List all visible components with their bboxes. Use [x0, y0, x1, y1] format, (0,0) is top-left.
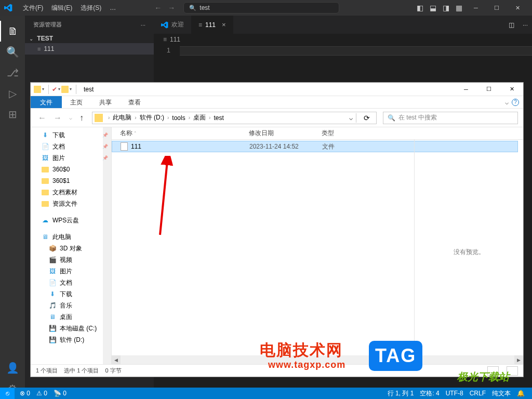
menu-file[interactable]: 文件(F) — [19, 4, 47, 12]
ribbon-view-tab[interactable]: 查看 — [120, 96, 149, 108]
source-control-icon[interactable]: ⎇ — [0, 62, 25, 83]
window-close-icon[interactable]: ✕ — [507, 5, 528, 11]
nav-item[interactable]: 360$0 — [31, 164, 111, 175]
nav-recent-icon[interactable]: ⌵ — [67, 115, 74, 121]
selected-count: 选中 1 个项目 — [64, 367, 99, 375]
nav-back-icon[interactable]: ← — [36, 113, 48, 123]
col-date[interactable]: 修改日期 — [249, 129, 322, 138]
layout-customize-icon[interactable]: ▦ — [453, 4, 466, 12]
nav-item[interactable]: ☁WPS云盘 — [31, 215, 111, 226]
explorer-close-icon[interactable]: ✕ — [500, 83, 523, 96]
path-box[interactable]: › 此电脑 › 软件 (D:) › tools › 桌面 › test ⌵ ⟳ — [92, 112, 377, 124]
notifications-icon[interactable]: 🔔 — [514, 390, 528, 397]
column-headers[interactable]: 名称 ˄ 修改日期 类型 — [112, 127, 523, 140]
col-type[interactable]: 类型 — [322, 129, 374, 138]
check-icon[interactable]: ✔ — [52, 86, 57, 93]
sidebar-folder[interactable]: ⌄ TEST — [25, 34, 154, 43]
status-warnings[interactable]: ⚠ 0 — [33, 390, 50, 397]
layout-primary-icon[interactable]: ◧ — [414, 4, 427, 12]
menu-edit[interactable]: 编辑(E) — [47, 4, 76, 12]
ribbon-share-tab[interactable]: 共享 — [91, 96, 120, 108]
explorer-search[interactable]: 🔍 在 test 中搜索 — [383, 112, 518, 124]
nav-item[interactable]: 资源文件 — [31, 198, 111, 209]
tab-close-icon[interactable]: × — [222, 21, 226, 29]
explorer-icon[interactable]: 🗎 — [0, 21, 25, 42]
nav-item[interactable]: ⬇下载 — [31, 288, 111, 300]
path-separator-icon[interactable]: › — [187, 115, 192, 121]
search-activity-icon[interactable]: 🔍 — [0, 42, 25, 62]
refresh-icon[interactable]: ⟳ — [360, 114, 374, 122]
layout-panel-icon[interactable]: ⬓ — [427, 4, 440, 12]
remote-icon[interactable]: ⎋ — [0, 388, 15, 399]
tab-more-icon[interactable]: ··· — [518, 21, 532, 29]
layout-secondary-icon[interactable]: ◨ — [440, 4, 453, 12]
nav-item[interactable]: 💾本地磁盘 (C:) — [31, 323, 111, 334]
nav-item[interactable]: 🖥桌面 — [31, 311, 111, 323]
extensions-icon[interactable]: ⊞ — [0, 104, 25, 125]
status-ports[interactable]: 📡 0 — [50, 390, 70, 397]
window-minimize-icon[interactable]: ─ — [466, 5, 486, 11]
menu-more[interactable]: … — [105, 4, 120, 11]
nav-forward-icon[interactable]: → — [165, 4, 178, 12]
path-dropdown-icon[interactable]: ⌵ — [349, 114, 353, 122]
status-spaces[interactable]: 空格: 4 — [417, 389, 442, 398]
col-name[interactable]: 名称 ˄ — [120, 129, 249, 138]
qat-dropdown-icon[interactable]: ▾ — [58, 87, 60, 91]
command-center[interactable]: 🔍 test — [183, 2, 339, 14]
nav-up-icon[interactable]: ↑ — [77, 113, 86, 123]
tab-active[interactable]: ≡ 111 × — [191, 16, 233, 34]
path-segment[interactable]: 此电脑 — [112, 113, 132, 122]
scroll-left-icon[interactable]: ◀ — [112, 355, 121, 364]
nav-pane[interactable]: ⬇下载📄文档🖼图片360$0360$1文档素材资源文件☁WPS云盘🖥此电脑📦3D… — [31, 127, 112, 364]
nav-item[interactable]: 🖥此电脑 — [31, 231, 111, 243]
nav-item[interactable]: 360$1 — [31, 175, 111, 187]
nav-item[interactable]: ⬇下载 — [31, 129, 111, 141]
sidebar-more-icon[interactable]: ··· — [141, 22, 145, 28]
qat-dropdown-icon[interactable]: ▾ — [42, 87, 44, 91]
nav-item[interactable]: 📄文档 — [31, 277, 111, 288]
path-segment[interactable]: 软件 (D:) — [139, 113, 165, 122]
nav-item[interactable]: 🎵音乐 — [31, 300, 111, 311]
sidebar-file-item[interactable]: ≡ 111 — [25, 43, 154, 55]
qat-dropdown-icon[interactable]: ▾ — [70, 87, 72, 91]
ribbon-expand-icon[interactable]: ⌵ — [505, 99, 509, 106]
status-lang[interactable]: 纯文本 — [489, 389, 514, 398]
nav-item[interactable]: 📦3D 对象 — [31, 243, 111, 254]
status-errors[interactable]: ⊗ 0 — [17, 390, 33, 397]
path-segment[interactable]: tools — [171, 114, 186, 122]
nav-item[interactable]: 🖼图片 — [31, 152, 111, 164]
explorer-minimize-icon[interactable]: ─ — [455, 83, 477, 96]
path-segment[interactable]: 桌面 — [192, 113, 207, 122]
path-separator-icon[interactable]: › — [132, 115, 138, 121]
tab-welcome[interactable]: 欢迎 — [154, 16, 191, 34]
explorer-maximize-icon[interactable]: ☐ — [477, 83, 500, 96]
run-debug-icon[interactable]: ▷ — [0, 83, 25, 104]
ribbon-home-tab[interactable]: 主页 — [62, 96, 91, 108]
nav-item[interactable]: 📄文档 — [31, 141, 111, 152]
nav-item[interactable]: 💾软件 (D:) — [31, 334, 111, 345]
thumbnails-view-icon[interactable] — [507, 366, 518, 376]
path-separator-icon[interactable]: › — [165, 115, 171, 121]
ribbon-file-tab[interactable]: 文件 — [31, 96, 62, 108]
path-separator-icon[interactable]: › — [106, 115, 112, 121]
split-editor-icon[interactable]: ◫ — [504, 21, 518, 29]
details-view-icon[interactable] — [487, 366, 499, 376]
nav-item[interactable]: 文档素材 — [31, 187, 111, 198]
scroll-right-icon[interactable]: ▶ — [514, 355, 523, 364]
nav-item[interactable]: 🖼图片 — [31, 265, 111, 277]
window-maximize-icon[interactable]: ☐ — [486, 5, 507, 11]
menu-select[interactable]: 选择(S) — [76, 4, 105, 12]
nav-back-icon[interactable]: ← — [151, 4, 165, 12]
help-icon[interactable]: ? — [512, 99, 519, 106]
nav-icon: 🎬 — [48, 256, 57, 264]
nav-item[interactable]: 🎬视频 — [31, 254, 111, 265]
nav-scrollbar[interactable] — [103, 127, 111, 364]
status-eol[interactable]: CRLF — [467, 390, 489, 397]
status-line-col[interactable]: 行 1, 列 1 — [384, 389, 417, 398]
path-separator-icon[interactable]: › — [207, 115, 212, 121]
horizontal-scrollbar[interactable]: ◀ ▶ — [112, 355, 523, 364]
status-encoding[interactable]: UTF-8 — [443, 390, 467, 397]
account-icon[interactable]: 👤 — [0, 357, 25, 378]
breadcrumb[interactable]: ≡ 111 — [154, 34, 532, 45]
path-segment[interactable]: test — [212, 114, 224, 122]
